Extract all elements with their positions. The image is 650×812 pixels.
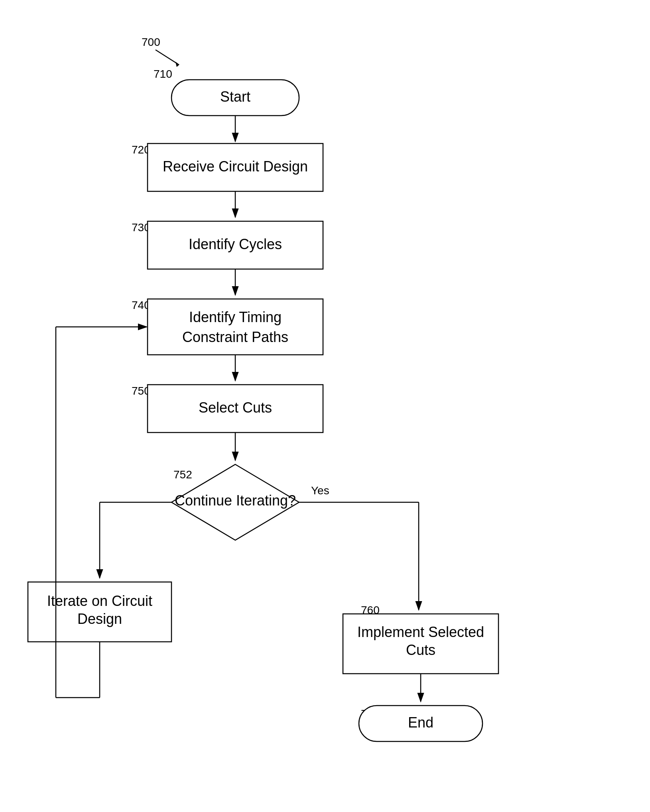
continue-ref: 752 [173, 468, 192, 481]
diagram-container: 700 710 Start 720 Receive Circuit Design… [0, 0, 650, 812]
timing-node [148, 299, 323, 355]
implement-label-2: Cuts [406, 642, 435, 658]
start-ref: 710 [154, 68, 172, 80]
main-ref-label: 700 [142, 36, 160, 48]
timing-label-1: Identify Timing [189, 309, 282, 325]
receive-label: Receive Circuit Design [163, 158, 308, 175]
svg-marker-2 [175, 62, 179, 67]
implement-label-1: Implement Selected [357, 624, 484, 640]
iterate-label-2: Design [77, 611, 122, 627]
cycles-label: Identify Cycles [189, 236, 282, 252]
svg-line-1 [156, 50, 177, 64]
select-cuts-label: Select Cuts [199, 399, 272, 416]
iterate-label-1: Iterate on Circuit [47, 593, 152, 609]
end-label: End [408, 714, 433, 731]
continue-label: Continue Iterating? [175, 492, 296, 509]
start-label: Start [220, 88, 250, 105]
yes-label: Yes [311, 484, 329, 497]
timing-label-2: Constraint Paths [182, 329, 288, 345]
